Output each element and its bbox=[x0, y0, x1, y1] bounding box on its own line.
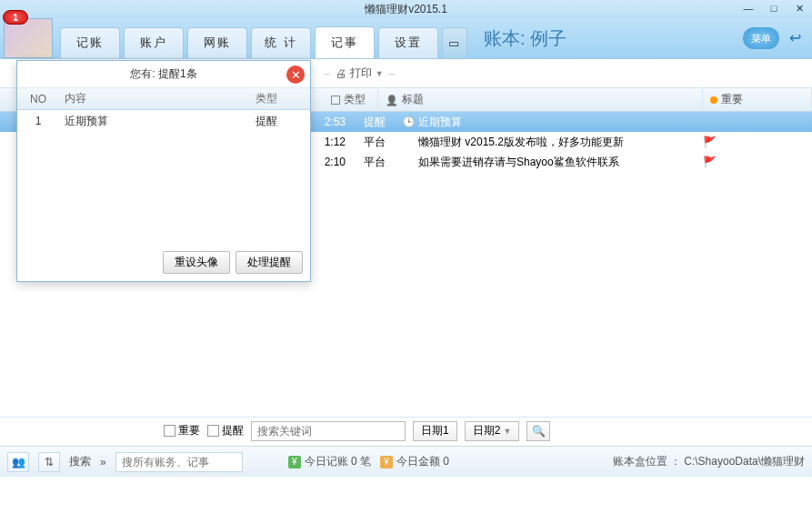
popup-row[interactable]: 1 近期预算 提醒 bbox=[17, 110, 310, 132]
date1-button[interactable]: 日期1 bbox=[413, 421, 457, 441]
maximize-button[interactable]: □ bbox=[761, 0, 787, 16]
checkbox-important[interactable]: 重要 bbox=[164, 423, 200, 438]
user-button[interactable]: 👥 bbox=[7, 452, 29, 472]
tab-ledger-icon[interactable]: ▭ bbox=[442, 27, 467, 58]
tab-notes[interactable]: 记事 bbox=[315, 26, 375, 59]
menu-button[interactable]: 菜单 bbox=[743, 27, 779, 49]
popup-footer: 重设头像 处理提醒 bbox=[163, 251, 303, 274]
checkbox-icon bbox=[164, 425, 175, 437]
printer-icon: 🖨 bbox=[336, 67, 346, 80]
search-icon: 🔍 bbox=[532, 425, 546, 438]
search-input[interactable] bbox=[251, 421, 406, 441]
chevron-down-icon: ▼ bbox=[376, 69, 384, 78]
col-title[interactable]: 标题 bbox=[378, 88, 703, 111]
checkbox-remind[interactable]: 提醒 bbox=[207, 423, 244, 438]
today-entries: ¥今日记账 0 笔 bbox=[288, 454, 371, 469]
tab-journal[interactable]: 记账 bbox=[60, 27, 120, 58]
status-bar: 👥 ⇅ 搜索 » ¥今日记账 0 笔 ¥今日金额 0 账本盒位置 ： C:\Sh… bbox=[0, 446, 812, 477]
minimize-button[interactable]: — bbox=[736, 0, 761, 16]
avatar[interactable]: 1 bbox=[4, 18, 53, 58]
box-location: 账本盒位置 ： C:\ShayooData\懒猫理财 bbox=[613, 454, 805, 469]
search-button[interactable]: 🔍 bbox=[526, 421, 550, 441]
flag-icon bbox=[703, 136, 717, 148]
tab-online[interactable]: 网账 bbox=[187, 27, 247, 58]
titlebar: 懒猫理财v2015.1 — □ ✕ bbox=[0, 0, 812, 18]
today-amount: ¥今日金额 0 bbox=[380, 454, 449, 469]
list-icon bbox=[331, 96, 340, 105]
window-controls: — □ ✕ bbox=[736, 0, 812, 16]
ledger-label: 账本: 例子 bbox=[484, 26, 566, 51]
filter-bar: 重要 提醒 日期1 日期2▼ 🔍 bbox=[0, 417, 812, 444]
tab-stats[interactable]: 统 计 bbox=[251, 27, 311, 58]
flag-icon bbox=[703, 156, 717, 168]
popup-header: 您有: 提醒1条 ✕ bbox=[17, 61, 310, 88]
app-title: 懒猫理财v2015.1 bbox=[365, 2, 447, 17]
notification-badge: 1 bbox=[3, 10, 28, 25]
back-icon[interactable]: ↩ bbox=[785, 27, 805, 47]
popup-columns: NO 内容 类型 bbox=[17, 88, 310, 110]
global-search-input[interactable] bbox=[115, 452, 243, 472]
sync-button[interactable]: ⇅ bbox=[38, 452, 60, 472]
yen-icon: ¥ bbox=[380, 456, 393, 469]
chevron-down-icon: ▼ bbox=[503, 427, 511, 436]
close-button[interactable]: ✕ bbox=[787, 0, 812, 16]
tab-settings[interactable]: 设置 bbox=[378, 27, 438, 58]
reset-avatar-button[interactable]: 重设头像 bbox=[163, 251, 230, 274]
separator: – bbox=[324, 67, 330, 80]
dot-icon bbox=[710, 96, 717, 104]
checkbox-icon bbox=[207, 425, 219, 437]
tab-accounts[interactable]: 账户 bbox=[124, 27, 184, 58]
person-icon bbox=[386, 94, 398, 106]
separator: – bbox=[389, 67, 396, 80]
print-button[interactable]: 🖨 打印 ▼ bbox=[336, 66, 384, 81]
clock-icon bbox=[402, 116, 416, 128]
reminder-popup: 您有: 提醒1条 ✕ NO 内容 类型 1 近期预算 提醒 重设头像 处理提醒 bbox=[16, 60, 311, 282]
popup-close-button[interactable]: ✕ bbox=[286, 66, 305, 84]
handle-reminder-button[interactable]: 处理提醒 bbox=[236, 251, 303, 274]
date2-button[interactable]: 日期2▼ bbox=[465, 421, 520, 441]
col-important[interactable]: 重要 bbox=[703, 88, 812, 111]
tabbar: 1 记账 账户 网账 统 计 记事 设置 ▭ 账本: 例子 菜单 ↩ bbox=[0, 18, 812, 58]
search-label: 搜索 bbox=[69, 454, 91, 469]
col-type[interactable]: 类型 bbox=[324, 88, 378, 111]
yen-icon: ¥ bbox=[288, 456, 301, 469]
